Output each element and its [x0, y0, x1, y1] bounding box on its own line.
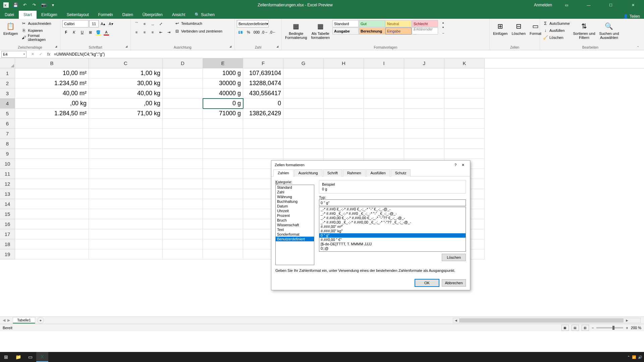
- cell[interactable]: ,00 kg: [89, 99, 163, 109]
- column-header[interactable]: E: [203, 58, 243, 68]
- cell[interactable]: [324, 119, 364, 129]
- cell[interactable]: [163, 78, 203, 88]
- font-launcher-icon[interactable]: ◢: [125, 45, 129, 49]
- format-item[interactable]: 0 "g";;@: [319, 251, 466, 252]
- cell[interactable]: 71,00 kg: [89, 109, 163, 119]
- zoom-in-icon[interactable]: +: [626, 326, 628, 330]
- cell[interactable]: [89, 179, 163, 189]
- cut-button[interactable]: ✂Ausschneiden: [20, 20, 58, 27]
- camera-icon[interactable]: 📷: [40, 2, 47, 8]
- cell[interactable]: [203, 159, 243, 169]
- cell[interactable]: [163, 68, 203, 78]
- format-item[interactable]: _-* #.##0 €_-;-* #.##0 €_-;_-* "-" €_-;_…: [319, 207, 466, 212]
- cell[interactable]: [89, 139, 163, 149]
- comma-icon[interactable]: 000: [253, 28, 260, 36]
- cell[interactable]: [203, 139, 243, 149]
- share-button[interactable]: 👤 Teilen: [623, 14, 640, 19]
- cell[interactable]: [404, 129, 444, 139]
- customize-qat-icon[interactable]: ▾: [50, 2, 56, 8]
- cell[interactable]: [404, 78, 444, 88]
- format-item[interactable]: _-* #.##0,00 _€_-;-* #.##0,00 _€_-;_-* "…: [319, 220, 466, 225]
- start-button[interactable]: ⊞: [0, 352, 12, 362]
- cell[interactable]: [324, 139, 364, 149]
- cell[interactable]: [203, 189, 243, 199]
- font-size-select[interactable]: [89, 20, 99, 27]
- fill-button[interactable]: ↓Ausfüllen: [542, 27, 571, 34]
- format-painter-button[interactable]: 🖌Format übertragen: [20, 34, 58, 41]
- dialog-tab[interactable]: Ausfüllen: [366, 169, 390, 177]
- cell[interactable]: [203, 239, 243, 249]
- dialog-close-icon[interactable]: ✕: [459, 163, 467, 167]
- cell[interactable]: [89, 169, 163, 179]
- scroll-right-icon[interactable]: ▶: [624, 319, 630, 322]
- tab-page-layout[interactable]: Seitenlayout: [62, 11, 94, 19]
- cell[interactable]: [404, 109, 444, 119]
- style-eingabe[interactable]: Eingabe: [385, 27, 412, 35]
- cell[interactable]: [203, 199, 243, 209]
- category-item[interactable]: Währung: [276, 194, 314, 199]
- row-header[interactable]: 10: [0, 159, 15, 169]
- tab-file[interactable]: Datei: [0, 11, 19, 19]
- paste-button[interactable]: 📋 Einfügen: [2, 20, 19, 36]
- style-erklarend[interactable]: Erklärender ...: [412, 27, 438, 35]
- row-header[interactable]: 13: [0, 189, 15, 199]
- gallery-down-icon[interactable]: ▾: [439, 25, 447, 29]
- format-list[interactable]: _-* #.##0 €_-;-* #.##0 €_-;_-* "-" €_-;_…: [319, 207, 466, 252]
- cell[interactable]: [163, 209, 203, 219]
- row-header[interactable]: 15: [0, 209, 15, 219]
- cell[interactable]: [203, 229, 243, 239]
- cell-styles-gallery[interactable]: Standard Gut Neutral Schlecht Ausgabe Be…: [332, 20, 438, 35]
- cell[interactable]: 40,00 kg: [89, 88, 163, 99]
- cell[interactable]: [444, 68, 485, 78]
- gallery-up-icon[interactable]: ▴: [439, 20, 447, 25]
- alignment-launcher-icon[interactable]: ◢: [229, 45, 233, 49]
- format-item[interactable]: #.##0,00 " €": [319, 238, 466, 242]
- cell[interactable]: [163, 179, 203, 189]
- cell[interactable]: [324, 78, 364, 88]
- cell[interactable]: [163, 139, 203, 149]
- cell[interactable]: [163, 99, 203, 109]
- excel-taskbar-icon[interactable]: X: [36, 352, 48, 362]
- cell[interactable]: [364, 78, 404, 88]
- cell[interactable]: [89, 229, 163, 239]
- cell[interactable]: [404, 119, 444, 129]
- format-item[interactable]: 0 " g": [319, 233, 466, 238]
- wrap-text-button[interactable]: ↩Textumbruch: [174, 20, 223, 27]
- file-explorer-icon[interactable]: 📁: [12, 352, 24, 362]
- cell[interactable]: [163, 109, 203, 119]
- cell[interactable]: [324, 129, 364, 139]
- category-item[interactable]: Benutzerdefiniert: [276, 237, 314, 241]
- cell[interactable]: [444, 109, 485, 119]
- cell[interactable]: [15, 239, 89, 249]
- align-bottom-icon[interactable]: ⎵: [149, 20, 156, 27]
- cell[interactable]: [324, 88, 364, 99]
- format-item[interactable]: [$-de-DE]TTTT, T. MMMM JJJJ: [319, 242, 466, 246]
- cell[interactable]: [283, 99, 324, 109]
- cell[interactable]: [163, 239, 203, 249]
- row-header[interactable]: 4: [0, 99, 15, 109]
- cell[interactable]: 30,00 kg: [89, 78, 163, 88]
- cell[interactable]: [324, 109, 364, 119]
- scroll-thumb[interactable]: [459, 318, 624, 322]
- cell[interactable]: [283, 119, 324, 129]
- row-header[interactable]: 2: [0, 78, 15, 88]
- column-header[interactable]: F: [243, 58, 283, 68]
- collapse-ribbon-icon[interactable]: ⌃: [637, 46, 639, 49]
- cell[interactable]: [15, 179, 89, 189]
- font-name-select[interactable]: [62, 20, 89, 27]
- cell[interactable]: [364, 109, 404, 119]
- column-header[interactable]: D: [163, 58, 203, 68]
- row-header[interactable]: 17: [0, 229, 15, 239]
- zoom-out-icon[interactable]: −: [592, 326, 594, 330]
- tab-review[interactable]: Überprüfen: [138, 11, 167, 19]
- category-item[interactable]: Uhrzeit: [276, 208, 314, 213]
- tray-chevron-icon[interactable]: ⌃: [627, 355, 630, 359]
- cell[interactable]: [89, 249, 163, 259]
- cell[interactable]: [364, 99, 404, 109]
- redo-icon[interactable]: ↷: [31, 2, 38, 8]
- cell[interactable]: 1.284,50 m²: [15, 109, 89, 119]
- cell[interactable]: [15, 119, 89, 129]
- cell[interactable]: [89, 119, 163, 129]
- dialog-tab[interactable]: Schutz: [391, 169, 411, 177]
- tab-insert[interactable]: Einfügen: [37, 11, 62, 19]
